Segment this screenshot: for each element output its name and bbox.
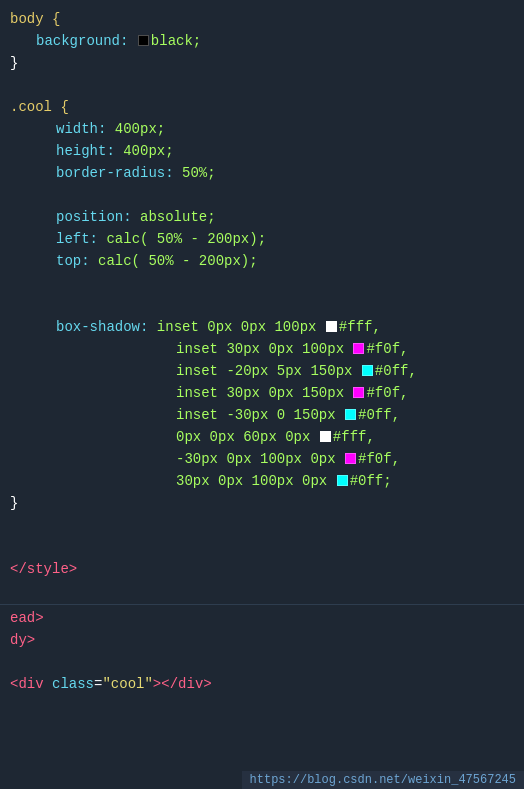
line-13 bbox=[0, 272, 524, 294]
line-20: 0px 0px 60px 0px #fff, bbox=[0, 426, 524, 448]
attr-eq: = bbox=[94, 673, 102, 695]
swatch-0ff-3 bbox=[337, 475, 348, 486]
div-tag-open: < bbox=[10, 673, 18, 695]
line-9 bbox=[0, 184, 524, 206]
shadow-val-3: inset -20px 5px 150px bbox=[176, 360, 361, 382]
prop-background: background: bbox=[36, 30, 137, 52]
line-1: body { bbox=[0, 8, 524, 30]
line-21: -30px 0px 100px 0px #f0f, bbox=[0, 448, 524, 470]
line-25 bbox=[0, 536, 524, 558]
line-15: box-shadow: inset 0px 0px 100px #fff, bbox=[0, 316, 524, 338]
line-29: dy> bbox=[0, 629, 524, 651]
line-30 bbox=[0, 651, 524, 673]
line-19: inset -30px 0 150px #0ff, bbox=[0, 404, 524, 426]
separator-1 bbox=[0, 604, 524, 605]
div-close-name: div bbox=[178, 673, 203, 695]
line-12: top: calc( 50% - 200px); bbox=[0, 250, 524, 272]
line-10: position: absolute; bbox=[0, 206, 524, 228]
prop-height: height: bbox=[56, 140, 123, 162]
swatch-fff-1 bbox=[326, 321, 337, 332]
line-3: } bbox=[0, 52, 524, 74]
prop-width: width: bbox=[56, 118, 115, 140]
line-23: } bbox=[0, 492, 524, 514]
line-14 bbox=[0, 294, 524, 316]
div-tag-close: ></ bbox=[153, 673, 178, 695]
line-6: width: 400px; bbox=[0, 118, 524, 140]
val-position: absolute; bbox=[140, 206, 216, 228]
line-27 bbox=[0, 580, 524, 602]
swatch-f0f-3 bbox=[345, 453, 356, 464]
div-tag-name: div bbox=[18, 673, 52, 695]
val-width: 400px; bbox=[115, 118, 165, 140]
val-height: 400px; bbox=[123, 140, 173, 162]
shadow-val-6: 0px 0px 60px 0px bbox=[176, 426, 319, 448]
shadow-color-5: #0ff, bbox=[358, 404, 400, 426]
val-left: calc( 50% - 200px); bbox=[106, 228, 266, 250]
prop-top: top: bbox=[56, 250, 98, 272]
selector-body: body { bbox=[10, 8, 60, 30]
tag-dy: dy> bbox=[10, 629, 35, 651]
selector-cool: .cool { bbox=[10, 96, 69, 118]
shadow-val-7: -30px 0px 100px 0px bbox=[176, 448, 344, 470]
val-black: black; bbox=[151, 30, 201, 52]
url-bar: https://blog.csdn.net/weixin_47567245 bbox=[242, 771, 524, 789]
swatch-fff-2 bbox=[320, 431, 331, 442]
code-editor: body { background: black; } .cool { widt… bbox=[0, 0, 524, 703]
shadow-color-8: #0ff; bbox=[350, 470, 392, 492]
prop-left: left: bbox=[56, 228, 106, 250]
swatch-f0f-1 bbox=[353, 343, 364, 354]
shadow-val-2: inset 30px 0px 100px bbox=[176, 338, 352, 360]
swatch-black bbox=[138, 35, 149, 46]
tag-style-close: </style> bbox=[10, 558, 77, 580]
line-26: </style> bbox=[0, 558, 524, 580]
brace-close-cool: } bbox=[10, 492, 18, 514]
line-8: border-radius: 50%; bbox=[0, 162, 524, 184]
prop-border-radius: border-radius: bbox=[56, 162, 182, 184]
div-bracket-end: > bbox=[203, 673, 211, 695]
shadow-val-5: inset -30px 0 150px bbox=[176, 404, 344, 426]
line-7: height: 400px; bbox=[0, 140, 524, 162]
val-top: calc( 50% - 200px); bbox=[98, 250, 258, 272]
attr-val-cool: "cool" bbox=[102, 673, 152, 695]
swatch-0ff-1 bbox=[362, 365, 373, 376]
swatch-f0f-2 bbox=[353, 387, 364, 398]
shadow-val-8: 30px 0px 100px 0px bbox=[176, 470, 336, 492]
line-2: background: black; bbox=[0, 30, 524, 52]
brace-close-body: } bbox=[10, 52, 18, 74]
url-text: https://blog.csdn.net/weixin_47567245 bbox=[250, 773, 516, 787]
prop-position: position: bbox=[56, 206, 140, 228]
line-31: < div class = "cool" ></ div > bbox=[0, 673, 524, 695]
line-22: 30px 0px 100px 0px #0ff; bbox=[0, 470, 524, 492]
line-16: inset 30px 0px 100px #f0f, bbox=[0, 338, 524, 360]
shadow-color-2: #f0f, bbox=[366, 338, 408, 360]
shadow-val-1: inset 0px 0px 100px bbox=[157, 316, 325, 338]
shadow-color-1: #fff, bbox=[339, 316, 381, 338]
line-24 bbox=[0, 514, 524, 536]
shadow-color-7: #f0f, bbox=[358, 448, 400, 470]
swatch-0ff-2 bbox=[345, 409, 356, 420]
line-17: inset -20px 5px 150px #0ff, bbox=[0, 360, 524, 382]
line-5: .cool { bbox=[0, 96, 524, 118]
line-28: ead> bbox=[0, 607, 524, 629]
shadow-color-3: #0ff, bbox=[375, 360, 417, 382]
val-border-radius: 50%; bbox=[182, 162, 216, 184]
shadow-color-4: #f0f, bbox=[366, 382, 408, 404]
tag-ead: ead> bbox=[10, 607, 44, 629]
shadow-val-4: inset 30px 0px 150px bbox=[176, 382, 352, 404]
line-4 bbox=[0, 74, 524, 96]
line-18: inset 30px 0px 150px #f0f, bbox=[0, 382, 524, 404]
shadow-color-6: #fff, bbox=[333, 426, 375, 448]
prop-box-shadow: box-shadow: bbox=[56, 316, 157, 338]
attr-class: class bbox=[52, 673, 94, 695]
line-11: left: calc( 50% - 200px); bbox=[0, 228, 524, 250]
